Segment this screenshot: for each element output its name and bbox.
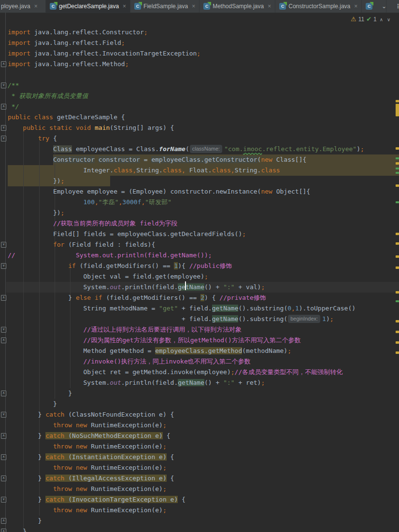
code-line[interactable]: Constructor constructor = employeeClass.… bbox=[8, 154, 306, 165]
code-line[interactable]: //invoke()执行方法，同上invoke也不用写入第二个参数 bbox=[8, 356, 251, 367]
stripe-warning-mark[interactable] bbox=[396, 147, 399, 150]
tab-FieldSample.java[interactable]: CFieldSample.java× bbox=[130, 0, 200, 13]
code-line[interactable]: } bbox=[8, 399, 57, 409]
stripe-ok-mark[interactable] bbox=[396, 300, 399, 302]
code-line[interactable]: } catch (NoSuchMethodException e) { bbox=[8, 431, 171, 441]
stripe-warning-mark[interactable] bbox=[396, 104, 399, 116]
code-line[interactable]: import java.lang.reflect.InvocationTarge… bbox=[8, 48, 200, 59]
tab-options-kebab-icon[interactable]: ⋮ bbox=[395, 1, 399, 11]
stripe-warning-mark[interactable] bbox=[396, 266, 399, 269]
code-line[interactable]: for (Field field : fields){ bbox=[8, 239, 155, 250]
code-line[interactable]: throw new RuntimeException(e); bbox=[8, 462, 167, 473]
code-line[interactable]: * 获取对象所有成员变量值 bbox=[8, 91, 88, 101]
fold-end-icon[interactable]: ∧ bbox=[1, 61, 6, 67]
tab-MethodSample.java[interactable]: CMethodSample.java× bbox=[200, 0, 275, 13]
tab-ployee.java[interactable]: ployee.java× bbox=[0, 0, 46, 13]
code-line[interactable]: */ bbox=[8, 101, 19, 112]
fold-open-icon[interactable]: ∨ bbox=[1, 327, 6, 333]
stripe-warning-mark[interactable] bbox=[396, 331, 399, 333]
code-line[interactable]: import java.lang.reflect.Constructor; bbox=[8, 27, 148, 38]
inspections-widget[interactable]: ⚠ 11 ✔ 1 ∧ ∨ bbox=[351, 15, 391, 23]
fold-open-icon[interactable]: ∨ bbox=[1, 263, 6, 269]
tab-getDeclareSample.java[interactable]: CgetDeclareSample.java× bbox=[46, 0, 130, 13]
code-line[interactable]: throw new RuntimeException(e); bbox=[8, 441, 167, 452]
code-line[interactable]: 100,"李磊",3000f,"研发部" bbox=[8, 197, 171, 208]
fold-end-icon[interactable]: ∧ bbox=[1, 337, 6, 343]
code-line[interactable]: //通过以上得到方法名后要进行调用，以下得到方法对象 bbox=[8, 324, 242, 335]
code-line[interactable]: import java.lang.reflect.Field; bbox=[8, 38, 125, 48]
fold-end-icon[interactable]: ∧ bbox=[1, 529, 6, 532]
code-line[interactable]: System.out.println(field.getName() + ":"… bbox=[8, 282, 265, 293]
code-line[interactable]: //因为属性的get方法没有参数，所以getMethod()方法不用写入第二个参… bbox=[8, 335, 301, 346]
code-line[interactable]: import java.lang.reflect.Method; bbox=[8, 59, 128, 70]
code-editor[interactable]: ∧∨∧∨∨∨∨∧∨∧∧∨∧∧∧∨∧∧ import java.lang.refl… bbox=[0, 13, 399, 532]
code-line[interactable]: } bbox=[8, 388, 72, 399]
next-issue-chevron-down-icon[interactable]: ∨ bbox=[386, 17, 391, 22]
fold-open-icon[interactable]: ∨ bbox=[1, 412, 6, 418]
stripe-warning-mark[interactable] bbox=[396, 162, 399, 165]
stripe-warning-mark[interactable] bbox=[396, 341, 399, 344]
code-line[interactable]: throw new RuntimeException(e); bbox=[8, 505, 167, 516]
stripe-warning-mark[interactable] bbox=[396, 255, 399, 258]
code-line[interactable]: String methodName = "get" + field.getNam… bbox=[8, 303, 356, 314]
code-line[interactable]: }); bbox=[8, 176, 64, 186]
code-line[interactable]: } else if (field.getModifiers() == 2) { … bbox=[8, 293, 266, 303]
code-line[interactable]: // System.out.println(field.getName()); bbox=[8, 250, 212, 261]
code-line[interactable]: }); bbox=[8, 208, 64, 218]
code-line[interactable]: Method getMethod = employeeClass.getMeth… bbox=[8, 346, 291, 356]
stripe-ok-mark[interactable] bbox=[396, 157, 399, 159]
code-line[interactable]: public class getDeclareSample { bbox=[8, 112, 125, 123]
stripe-ok-mark[interactable] bbox=[396, 172, 399, 174]
close-icon[interactable]: × bbox=[354, 3, 357, 10]
close-icon[interactable]: × bbox=[268, 3, 271, 10]
code-line[interactable]: Object ret = getMethod.invoke(employee);… bbox=[8, 367, 342, 378]
code-line[interactable]: if (field.getModifiers() == 1){ //public… bbox=[8, 261, 232, 271]
code-line[interactable]: } catch (IllegalAccessException e) { bbox=[8, 473, 174, 484]
stripe-warning-mark[interactable] bbox=[396, 233, 399, 235]
code-line[interactable]: } bbox=[8, 516, 42, 526]
stripe-warning-mark[interactable] bbox=[396, 100, 399, 102]
stripe-ok-mark[interactable] bbox=[396, 168, 399, 169]
code-line[interactable]: Field[] fields = employeeClass.getDeclar… bbox=[8, 229, 246, 239]
code-line[interactable]: public static void main(String[] args) { bbox=[8, 123, 174, 133]
hidden-tabs-chevron-down-icon[interactable]: ⌄ bbox=[380, 2, 388, 11]
prev-issue-chevron-up-icon[interactable]: ∧ bbox=[379, 17, 384, 22]
stripe-warning-mark[interactable] bbox=[396, 351, 399, 354]
code-line[interactable]: try { bbox=[8, 133, 57, 144]
code-line[interactable]: //获取当前类所有的成员对象 field为字段 bbox=[8, 218, 178, 229]
code-line[interactable]: throw new RuntimeException(e); bbox=[8, 484, 167, 494]
code-line[interactable]: } catch (InvocationTargetException e) { bbox=[8, 494, 185, 505]
code-line[interactable]: System.out.println(field.getName() + ":"… bbox=[8, 378, 265, 388]
fold-open-icon[interactable]: ∨ bbox=[1, 83, 6, 88]
fold-end-icon[interactable]: ∧ bbox=[1, 454, 6, 460]
code-line[interactable]: throw new RuntimeException(e); bbox=[8, 420, 167, 431]
stripe-warning-mark[interactable] bbox=[396, 184, 399, 187]
stripe-warning-mark[interactable] bbox=[396, 291, 399, 294]
fold-end-icon[interactable]: ∧ bbox=[1, 433, 6, 439]
stripe-ok-mark[interactable] bbox=[396, 201, 399, 203]
fold-end-icon[interactable]: ∧ bbox=[1, 295, 6, 301]
code-line[interactable]: /** bbox=[8, 80, 19, 91]
code-line[interactable]: Employee employee = (Employee) construct… bbox=[8, 186, 310, 197]
close-icon[interactable]: × bbox=[123, 3, 126, 10]
fold-end-icon[interactable]: ∧ bbox=[1, 391, 6, 396]
code-line[interactable]: Object val = field.get(employee); bbox=[8, 271, 208, 282]
fold-end-icon[interactable]: ∧ bbox=[1, 104, 6, 110]
fold-open-icon[interactable]: ∨ bbox=[1, 136, 6, 141]
code-line[interactable]: } catch (InstantiationException e) { bbox=[8, 452, 174, 462]
code-line[interactable]: } catch (ClassNotFoundException e) { bbox=[8, 409, 174, 420]
fold-end-icon[interactable]: ∧ bbox=[1, 476, 6, 481]
fold-open-icon[interactable]: ∨ bbox=[1, 242, 6, 248]
tab-ConstructorSample.java[interactable]: CConstructorSample.java× bbox=[275, 0, 362, 13]
stripe-warning-mark[interactable] bbox=[396, 242, 399, 245]
code-line[interactable]: + field.getName().substring(beginIndex:1… bbox=[8, 314, 334, 324]
fold-open-icon[interactable]: ∨ bbox=[1, 125, 6, 131]
fold-open-icon[interactable]: ∨ bbox=[1, 497, 6, 503]
code-line[interactable]: Class employeeClass = Class.forName(clas… bbox=[8, 144, 364, 154]
stripe-warning-mark[interactable] bbox=[396, 320, 399, 322]
fold-end-icon[interactable]: ∧ bbox=[1, 518, 6, 524]
close-icon[interactable]: × bbox=[192, 3, 195, 10]
code-line[interactable]: } bbox=[8, 526, 27, 532]
code-line[interactable]: Integer.class,String.class, Float.class,… bbox=[8, 165, 280, 176]
close-icon[interactable]: × bbox=[34, 3, 38, 10]
